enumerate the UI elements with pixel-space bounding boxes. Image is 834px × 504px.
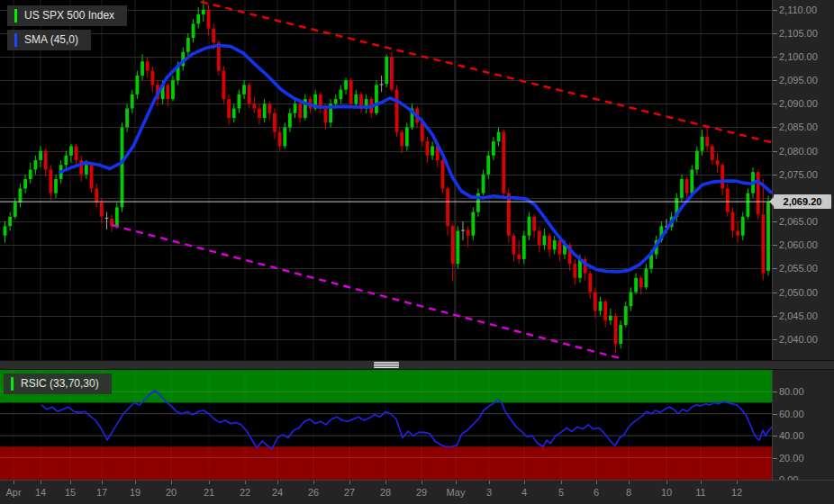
chart-window: US SPX 500 Index SMA (45,0) 2,069.20 2,1… <box>0 0 834 504</box>
time-label: 29 <box>416 487 427 498</box>
time-label: May <box>447 487 466 498</box>
axis-label: 2,055.00 <box>779 264 818 274</box>
axis-label: 2,050.00 <box>779 288 818 298</box>
time-tick <box>245 481 246 484</box>
time-tick <box>349 481 350 484</box>
time-label: 4 <box>521 487 527 498</box>
time-tick <box>701 481 702 484</box>
time-tick <box>456 481 457 484</box>
axis-label: 2,045.00 <box>779 311 818 321</box>
time-label: 15 <box>65 487 76 498</box>
time-label: Apr <box>5 487 21 498</box>
legend-symbol[interactable]: US SPX 500 Index <box>7 5 127 26</box>
divider-handle-icon[interactable] <box>374 362 399 368</box>
time-tick <box>313 481 314 484</box>
time-tick <box>135 481 136 484</box>
rsi-chart-canvas[interactable] <box>0 370 772 480</box>
time-label: 26 <box>308 487 319 498</box>
time-label: 6 <box>594 487 599 498</box>
axis-label: 2,085.00 <box>779 122 818 132</box>
time-label: 12 <box>731 487 742 498</box>
axis-label: 40.00 <box>779 431 804 441</box>
axis-label: 2,040.00 <box>779 335 818 345</box>
axis-tick <box>773 292 777 293</box>
time-label: 28 <box>380 487 391 498</box>
axis-tick <box>773 33 777 34</box>
axis-label: 2,105.00 <box>779 29 818 39</box>
time-tick <box>41 481 41 484</box>
axis-label: 2,100.00 <box>779 52 818 62</box>
axis-tick <box>773 458 777 459</box>
badge-arrow-icon <box>769 197 774 206</box>
axis-label: 2,110.00 <box>779 5 817 15</box>
axis-tick <box>773 127 777 128</box>
time-label: 24 <box>272 487 283 498</box>
time-tick <box>171 481 172 484</box>
axis-tick <box>773 57 777 58</box>
time-label: 14 <box>35 487 46 498</box>
last-price-value: 2,069.20 <box>784 196 822 207</box>
axis-label: 2,075.00 <box>779 170 818 180</box>
time-label: 19 <box>130 487 141 498</box>
axis-label: 2,090.00 <box>779 99 818 109</box>
axis-label: 20.00 <box>779 454 804 464</box>
main-chart-canvas[interactable] <box>0 0 772 360</box>
axis-tick <box>773 10 777 11</box>
time-label: 17 <box>96 487 107 498</box>
time-tick <box>629 481 630 484</box>
legend-sma-label: SMA (45,0) <box>24 32 78 48</box>
axis-tick <box>773 221 777 222</box>
time-label: 5 <box>558 487 564 498</box>
rsi-panel[interactable] <box>0 370 772 480</box>
time-label: 3 <box>486 487 492 498</box>
time-tick <box>14 481 14 484</box>
axis-tick <box>773 268 777 269</box>
time-label: 10 <box>661 487 672 498</box>
time-label: 22 <box>240 487 250 498</box>
axis-tick <box>773 245 777 246</box>
axis-tick <box>773 151 777 152</box>
main-chart-area[interactable]: US SPX 500 Index SMA (45,0) <box>0 0 772 360</box>
time-label: 8 <box>626 487 631 498</box>
time-tick <box>737 481 738 484</box>
time-label: 11 <box>695 487 705 498</box>
axis-tick <box>773 316 777 317</box>
axis-tick <box>773 436 777 436</box>
legend-rsi-label: RSIC (33,70,30) <box>21 376 99 392</box>
time-tick <box>561 481 562 484</box>
axis-label: 2,065.00 <box>779 217 818 227</box>
legend-sma[interactable]: SMA (45,0) <box>7 30 91 50</box>
time-label: 20 <box>166 487 177 498</box>
series-color-bar-icon <box>11 377 14 391</box>
time-tick <box>209 481 210 484</box>
axis-tick <box>773 175 777 176</box>
axis-label: 2,060.00 <box>779 240 818 250</box>
time-tick <box>385 481 386 484</box>
axis-label: 80.00 <box>779 387 804 397</box>
time-tick <box>596 481 597 484</box>
time-tick <box>422 481 422 484</box>
axis-tick <box>773 339 777 340</box>
axis-tick <box>773 104 777 104</box>
legend-rsi[interactable]: RSIC (33,70,30) <box>4 374 112 394</box>
panel-divider <box>0 360 834 370</box>
time-tick <box>277 481 278 484</box>
series-color-bar-icon <box>14 9 17 22</box>
axis-tick <box>773 414 777 415</box>
last-price-badge: 2,069.20 <box>774 194 831 209</box>
time-tick <box>102 481 103 484</box>
series-color-bar-icon <box>14 33 17 47</box>
time-tick <box>524 481 525 484</box>
time-label: 27 <box>344 487 355 498</box>
price-axis[interactable]: 2,069.20 2,110.002,105.002,100.002,095.0… <box>772 0 834 480</box>
axis-label: 2,080.00 <box>779 147 818 157</box>
axis-label: 2,095.00 <box>779 76 818 86</box>
axis-label: 60.00 <box>779 410 804 419</box>
time-axis[interactable]: Apr141517192021222426272829May3456810111… <box>0 480 834 504</box>
time-label: 21 <box>204 487 214 498</box>
axis-tick <box>773 392 777 392</box>
axis-tick <box>773 80 777 81</box>
legend-symbol-label: US SPX 500 Index <box>24 8 114 23</box>
time-tick <box>489 481 490 484</box>
time-tick <box>666 481 667 484</box>
